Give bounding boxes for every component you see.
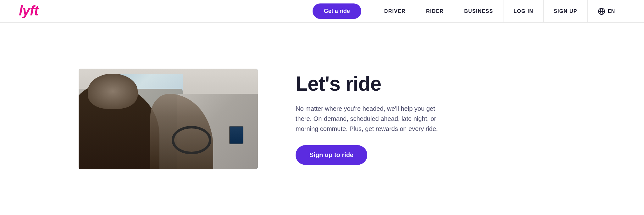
- nav-item-driver[interactable]: DRIVER: [374, 0, 416, 22]
- car-interior-scene: [79, 69, 258, 169]
- sign-up-to-ride-button[interactable]: Sign up to ride: [296, 145, 367, 165]
- scene-phone: [229, 126, 244, 144]
- language-label: EN: [608, 8, 615, 14]
- site-header: lyft Get a ride DRIVER RIDER BUSINESS LO…: [0, 0, 644, 23]
- main-content: Let's ride No matter where you're headed…: [0, 23, 644, 215]
- get-ride-button[interactable]: Get a ride: [313, 3, 361, 19]
- lyft-logo-svg: lyft: [19, 3, 44, 18]
- nav-item-login[interactable]: LOG IN: [503, 0, 543, 22]
- svg-text:lyft: lyft: [19, 3, 39, 18]
- language-selector[interactable]: EN: [587, 0, 625, 22]
- lyft-logo[interactable]: lyft: [19, 3, 44, 20]
- hero-image: [79, 69, 258, 169]
- nav-item-rider[interactable]: RIDER: [416, 0, 454, 22]
- scene-steering-wheel: [172, 126, 211, 154]
- main-nav: DRIVER RIDER BUSINESS LOG IN SIGN UP EN: [374, 0, 625, 22]
- globe-icon: [598, 8, 605, 15]
- logo-area: lyft: [19, 3, 44, 20]
- nav-item-business[interactable]: BUSINESS: [454, 0, 503, 22]
- hero-description: No matter where you're headed, we'll hel…: [296, 104, 447, 134]
- hero-title: Let's ride: [296, 73, 581, 95]
- scene-passenger-head: [88, 74, 138, 109]
- nav-item-signup[interactable]: SIGN UP: [543, 0, 587, 22]
- hero-content: Let's ride No matter where you're headed…: [296, 73, 581, 165]
